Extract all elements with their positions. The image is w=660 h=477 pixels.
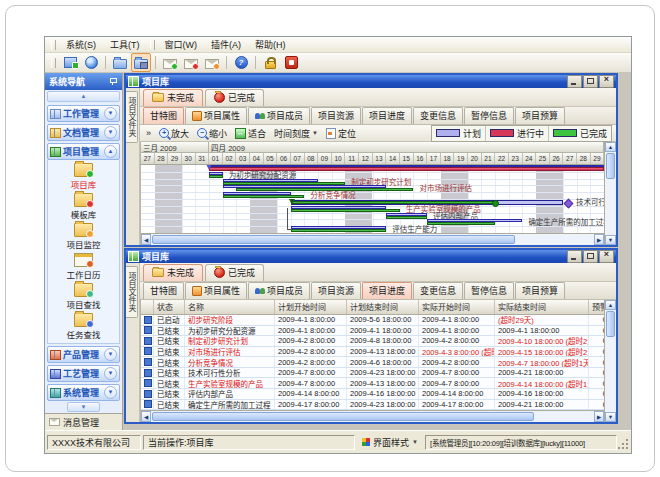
table-row[interactable]: 已启动 初步研究阶段 2009-4-1 8:00:00 2009-5-6 18:… [141,315,604,326]
minimize-button[interactable] [567,250,582,263]
view-tab[interactable]: 项目成员 [248,107,310,124]
network-button[interactable] [81,53,101,72]
view-tab[interactable]: 暂停信息 [464,107,514,124]
sidebar-nav-item[interactable]: 工作日历 [48,252,119,282]
chevron-up-icon[interactable]: ▲ [104,145,117,158]
header-status[interactable]: 状态 [154,300,185,314]
view-tab[interactable]: 项目预算 [515,107,565,124]
header-actual-end[interactable]: 实际结束时间 [495,300,589,314]
sidebar-section-work[interactable]: 工作管理 ▼ [47,105,120,122]
sidebar-nav-item[interactable]: 项目监控 [48,222,119,252]
scrollbar-thumb[interactable] [152,412,534,421]
resize-grip[interactable] [619,434,629,450]
gantt-bar[interactable] [209,175,223,178]
view-tab[interactable]: 甘特图 [143,107,184,124]
table-row[interactable]: 已结束 为初步研究分配资源 2009-4-1 8:00:00 2009-4-1 … [141,326,604,337]
gantt-bar[interactable] [291,209,400,212]
restore-button[interactable] [583,75,598,88]
table-row[interactable]: 已结束 确定生产所需的加工过程 2009-4-17 8:00:00 2009-4… [141,400,604,411]
status-tab[interactable]: 已完成 [205,264,264,281]
window-title-bar[interactable]: 项目库 [126,75,616,88]
save-folder-button[interactable] [131,53,151,72]
menu-system[interactable]: 系统(S) [59,37,103,52]
scrollbar-thumb[interactable] [606,311,615,337]
toolbar-more-button[interactable]: » [144,128,153,138]
close-button[interactable] [599,250,614,263]
view-tab[interactable]: 暂停信息 [464,282,514,299]
gantt-bar[interactable] [223,195,305,198]
view-tab[interactable]: 项目属性 [185,107,247,124]
chevron-down-icon[interactable]: ▼ [104,367,117,380]
status-tab[interactable]: 未完成 [143,89,203,106]
view-tab[interactable]: 项目资源 [311,107,361,124]
ui-style-button[interactable]: 界面样式 ▼ [357,435,423,450]
sidebar-scroll-more-button[interactable]: ▼ [67,402,100,412]
table-row[interactable]: 已结束 技术可行性分析 2009-4-7 8:00:00 2009-4-23 1… [141,368,604,379]
table-vertical-scrollbar[interactable]: ▲ ▼ [604,300,616,422]
lock-button[interactable] [260,53,280,72]
header-plan-end[interactable]: 计划结束时间 [347,300,419,314]
scrollbar-thumb[interactable] [152,235,515,244]
view-tab[interactable]: 项目资源 [311,282,361,299]
table-row[interactable]: 已结束 制定初步研究计划 2009-4-2 8:00:00 2009-4-8 1… [141,336,604,347]
sidebar-nav-item[interactable]: 项目库 [48,162,119,192]
scroll-up-icon[interactable]: ▲ [605,142,616,152]
gantt-bar[interactable] [291,201,495,204]
table-horizontal-scrollbar[interactable]: ◀ ▶ [141,410,604,422]
chevron-down-icon[interactable]: ▼ [104,348,117,361]
scroll-left-icon[interactable]: ◀ [141,234,151,245]
header-plan-start[interactable]: 计划开始时间 [275,300,347,314]
gantt-bar[interactable] [291,229,386,232]
gantt-bar[interactable] [386,216,427,219]
chevron-down-icon[interactable]: ▼ [104,126,117,139]
scroll-right-icon[interactable]: ▶ [594,234,604,245]
scroll-down-icon[interactable]: ▼ [605,235,616,245]
menu-help[interactable]: 帮助(H) [248,37,293,52]
view-tab[interactable]: 项目预算 [515,282,565,299]
sidebar-tab-messages[interactable]: 消息管理 [45,413,122,430]
table-row[interactable]: 已结束 评估内部产品 2009-4-14 8:00:00 2009-4-16 1… [141,389,604,400]
status-tab[interactable]: 已完成 [205,89,264,106]
sidebar-section-doc[interactable]: 文档管理 ▼ [47,124,120,141]
mail-manage-button[interactable] [202,53,222,72]
view-tab[interactable]: 甘特图 [143,282,184,299]
gantt-horizontal-scrollbar[interactable]: ◀ ▶ [141,233,604,245]
header-actual-start[interactable]: 实际开始时间 [419,300,495,314]
table-row[interactable]: 已结束 生产实验室规模的产品 2009-4-7 8:00:00 2009-4-1… [141,378,604,389]
sidebar-section-project[interactable]: 项目管理 ▲ [47,143,120,160]
zoom-out-button[interactable]: −缩小 [195,127,229,140]
scroll-left-icon[interactable]: ◀ [141,411,151,422]
timescale-button[interactable]: 时间刻度▼ [272,127,320,140]
exit-button[interactable] [281,53,301,72]
view-tab[interactable]: 项目成员 [248,282,310,299]
mail-send-button[interactable] [181,53,201,72]
menu-tools[interactable]: 工具(T) [103,37,147,52]
chevron-down-icon[interactable]: ▼ [104,386,117,399]
sidebar-section-product[interactable]: 产品管理 ▼ [47,346,120,363]
scroll-down-icon[interactable]: ▼ [605,412,616,422]
minimize-button[interactable] [567,75,582,88]
restore-button[interactable] [583,250,598,263]
view-tab[interactable]: 项目进度 [362,282,412,299]
menu-window[interactable]: 窗口(W) [158,37,205,52]
gantt-vertical-scrollbar[interactable]: ▲ ▼ [604,142,616,245]
sidebar-nav-item[interactable]: 任务查找 [48,312,119,342]
help-button[interactable]: ? [231,53,251,72]
menu-grip[interactable] [51,40,56,50]
view-tab[interactable]: 变更信息 [413,282,463,299]
scrollbar-thumb[interactable] [606,153,615,179]
gantt-bar[interactable] [223,182,346,185]
sidebar-collapse-button[interactable]: ▲ [47,91,120,102]
view-tab[interactable]: 变更信息 [413,107,463,124]
table-row[interactable]: 已结束 对市场进行评估 2009-4-2 8:00:00 2009-4-13 1… [141,347,604,358]
table-row[interactable]: 已结束 分析竞争情况 2009-4-2 8:00:00 2009-4-6 18:… [141,357,604,368]
scroll-right-icon[interactable]: ▶ [594,411,604,422]
header-warning[interactable]: 预警 [589,300,604,314]
project-folders-tab[interactable]: 项目文件夹 [126,266,138,318]
view-tab[interactable]: 项目进度 [362,107,412,124]
window-title-bar[interactable]: 项目库 [126,250,616,263]
sidebar-section-process[interactable]: 工艺管理 ▼ [47,365,120,382]
gantt-body[interactable]: 为初步研究分配资源制定初步研究计划对市场进行评估分析竞争情况技术可行性分析生产实… [141,165,604,233]
view-tab[interactable]: 项目属性 [185,282,247,299]
workstation-button[interactable] [60,53,80,72]
